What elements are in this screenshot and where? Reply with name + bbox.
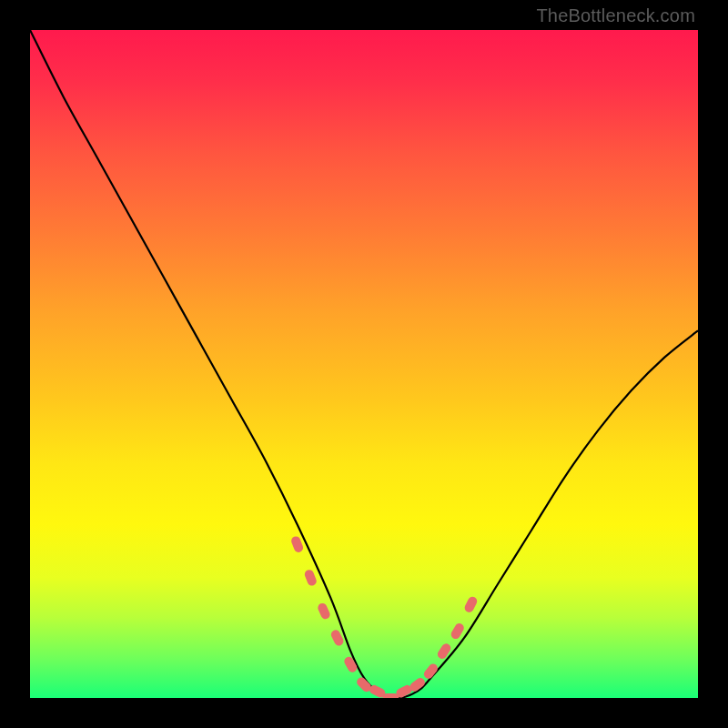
highlighted-points (290, 535, 479, 698)
bottleneck-curve (30, 30, 698, 698)
plot-area (30, 30, 698, 698)
marker-point (436, 642, 452, 661)
curve-layer (30, 30, 698, 698)
attribution-label: TheBottleneck.com (536, 5, 695, 26)
marker-point (303, 569, 318, 587)
chart-frame: TheBottleneck.com (0, 0, 728, 728)
marker-point (463, 595, 479, 614)
marker-point (317, 602, 331, 621)
marker-point (290, 535, 305, 553)
